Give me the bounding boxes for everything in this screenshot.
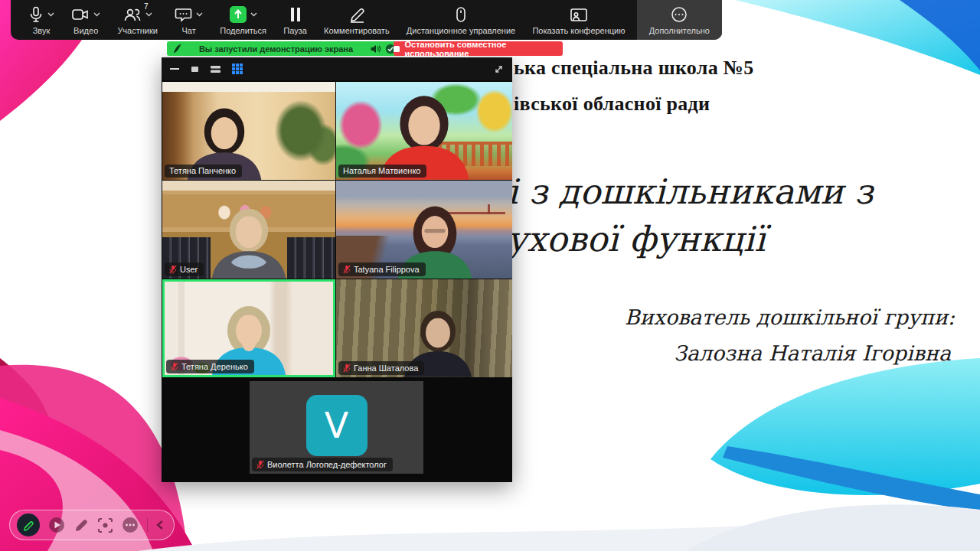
expand-icon[interactable] [494,64,504,74]
pause-share-button[interactable]: Пауза [278,0,312,40]
chevron-down-icon[interactable] [93,12,100,17]
muted-mic-icon [343,364,351,373]
muted-mic-icon [171,362,178,371]
share-screen-button[interactable]: Поделиться [214,0,272,40]
meeting-gallery-window[interactable]: Тетяна Панченко Наталья Матвиенко [162,57,512,482]
annotate-label: Комментировать [324,26,390,35]
ellipsis-button[interactable] [122,517,139,533]
minimize-icon[interactable] [170,64,179,73]
pause-icon [289,6,302,23]
collapse-chevron-icon[interactable] [156,520,164,530]
participants-button[interactable]: 7 Участники [112,0,163,40]
participant-name-tag: User [165,262,204,276]
pencil-active-button[interactable] [17,514,40,536]
participant-tile-7[interactable]: V Виолетта Логопед-дефектолог [250,381,423,474]
gallery-view-icon[interactable] [232,64,243,74]
stop-square-icon [394,46,400,52]
share-screen-label: Поделиться [220,26,266,35]
stop-share-label: Остановить совместное использование [405,40,563,58]
show-conference-button[interactable]: Показать конференцию [527,0,630,40]
muted-mic-icon [256,460,264,469]
participant-name-tag: Наталья Матвиенко [338,165,426,178]
participant-tile-5-active-speaker[interactable]: Тетяна Деренько [162,279,335,377]
slide-header-line2: івської обласної ради [514,93,710,116]
participants-count-badge: 7 [144,2,149,11]
slide-subtitle-line1: Вихователь дошкільної групи: [625,305,955,329]
participant-tile-4[interactable]: Tatyana Filippova [336,181,512,279]
speaker-view-icon[interactable] [211,65,220,73]
participant-tile-3[interactable]: User [162,181,335,279]
participants-icon [123,6,142,23]
zoom-meeting-toolbar: Звук Видео 7 Уч [11,0,722,40]
pencil-active-icon [23,520,34,531]
chat-icon [175,6,192,23]
participant-name-tag: Виолетта Логопед-дефектолог [252,458,393,471]
annotate-button[interactable]: Комментировать [318,0,395,40]
share-banner-text: Вы запустили демонстрацию экрана [186,44,366,54]
stop-share-button[interactable]: Остановить совместное использование [394,41,563,56]
participant-name-tag: Ганна Шаталова [338,361,424,375]
slide-subtitle-line2: Залозна Наталія Ігорівна [674,341,951,365]
chevron-down-icon[interactable] [47,12,54,17]
show-conference-label: Показать конференцию [532,26,625,35]
more-button[interactable]: Дополнительно [637,0,722,40]
restore-icon[interactable] [191,65,199,73]
camera-icon [71,6,90,23]
slide-title-line1: і з дошкільниками з [507,171,874,212]
more-ellipsis-icon [671,6,688,23]
chevron-down-icon[interactable] [145,12,152,17]
participant-name-tag: Тетяна Деренько [166,360,254,373]
chat-button[interactable]: Чат [169,0,208,40]
remote-control-mouse-icon [455,6,467,23]
muted-mic-icon [343,265,351,274]
audio-label: Звук [33,26,51,35]
video-button[interactable]: Видео [66,0,106,40]
annotate-pencil-icon [348,6,366,23]
toolbar-divider [147,518,148,532]
share-screen-icon [230,6,247,23]
more-label: Дополнительно [649,26,710,35]
speaker-icon[interactable] [371,44,381,54]
pause-label: Пауза [283,26,307,35]
show-conference-icon [570,6,588,23]
video-label: Видео [74,26,98,35]
participant-tile-2[interactable]: Наталья Матвиенко [336,82,512,180]
microphone-icon [28,6,44,23]
chevron-down-icon[interactable] [196,12,203,17]
participants-label: Участники [117,26,158,35]
slide-header-line1: ька спеціальна школа №5 [514,57,754,80]
participant-tile-6[interactable]: Ганна Шаталова [336,279,512,377]
slide-title-line2: ухової функції [507,219,766,259]
feather-icon [173,44,181,54]
chevron-down-icon[interactable] [250,12,257,17]
participant-tile-1[interactable]: Тетяна Панченко [162,82,335,180]
participant-name-tag: Tatyana Filippova [338,262,426,276]
annotation-toolbar [9,510,175,540]
screen-share-banner: Вы запустили демонстрацию экрана [167,41,402,56]
meeting-window-titlebar [162,57,512,80]
play-button[interactable] [48,517,65,533]
remote-control-button[interactable]: Дистанционное управление [401,0,521,40]
capture-icon[interactable] [97,517,113,533]
audio-button[interactable]: Звук [23,0,60,40]
chat-label: Чат [182,26,196,35]
participant-name-tag: Тетяна Панченко [165,165,242,178]
screen: ька спеціальна школа №5 івської обласної… [0,0,980,551]
marker-icon[interactable] [74,517,89,533]
muted-mic-icon [169,265,177,274]
remote-control-label: Дистанционное управление [407,26,515,35]
participant-avatar: V [306,395,368,456]
